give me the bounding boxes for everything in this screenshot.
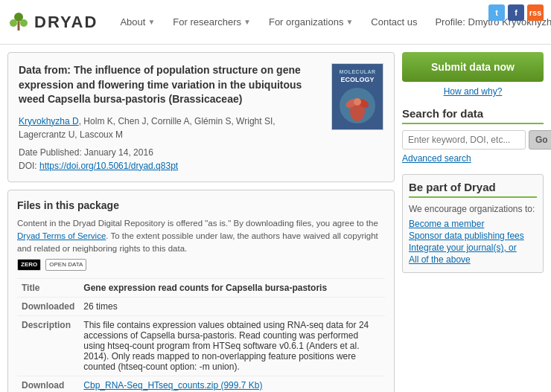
download-link[interactable]: Cbp_RNA-Seq_HTseq_counts.zip (999.7 Kb) (79, 376, 385, 392)
search-go-button[interactable]: Go (529, 130, 551, 150)
doi-value[interactable]: https://doi.org/10.5061/dryad.q83pt (39, 161, 178, 171)
title-label: Title (17, 278, 79, 297)
nav-contact[interactable]: Contact us (363, 12, 424, 32)
logo-text: DRYAD (34, 13, 98, 32)
doi-label: DOI: (19, 161, 37, 171)
date-value: January 14, 2016 (84, 147, 153, 158)
search-input[interactable] (402, 130, 526, 150)
files-description: Content in the Dryad Digital Repository … (17, 217, 385, 271)
social-icons: t f rss (488, 4, 544, 21)
article-date: Date Published: January 14, 2016 (19, 147, 383, 158)
nav-about-arrow: ▼ (147, 18, 155, 26)
be-part-or: , or (503, 242, 516, 253)
svg-point-8 (354, 98, 361, 106)
nav-organizations-arrow: ▼ (345, 18, 353, 26)
advanced-search-link[interactable]: Advanced search (402, 153, 471, 164)
main-content: MOLECULAR ECOLOGY Data from: The influen… (0, 45, 551, 392)
cc-zero-badge: ZERO (17, 259, 41, 271)
download-label: Download (17, 376, 79, 392)
article-title: Data from: The influence of population s… (19, 63, 383, 107)
downloaded-value: 26 times (79, 297, 385, 315)
search-row: Go (402, 130, 544, 150)
facebook-icon[interactable]: f (508, 4, 524, 21)
be-part-title: Be part of Dryad (409, 181, 537, 198)
table-row-description: Description This file contains expressio… (17, 315, 385, 376)
journal-cover-svg (339, 87, 376, 124)
search-section: Search for data Go Advanced search (402, 107, 544, 164)
table-row-download: Download Cbp_RNA-Seq_HTseq_counts.zip (9… (17, 376, 385, 392)
nav-researchers[interactable]: For researchers ▼ (165, 12, 258, 32)
author-link[interactable]: Kryvokhyzha D (19, 116, 79, 126)
tos-link[interactable]: Dryad Terms of Service (17, 231, 106, 240)
nav-about[interactable]: About ▼ (112, 12, 162, 32)
left-panel: MOLECULAR ECOLOGY Data from: The influen… (7, 52, 395, 392)
downloaded-label: Downloaded (17, 297, 79, 315)
description-label: Description (17, 315, 79, 376)
table-row-downloaded: Downloaded 26 times (17, 297, 385, 315)
right-panel: Submit data now How and why? Search for … (402, 52, 544, 392)
journal-image-title: ECOLOGY (340, 76, 374, 84)
article-authors: Kryvokhyzha D, Holm K, Chen J, Cornille … (19, 115, 383, 141)
article-doi: DOI: https://doi.org/10.5061/dryad.q83pt (19, 161, 383, 171)
dryad-logo-icon (7, 11, 30, 33)
title-value: Gene expression read counts for Capsella… (79, 278, 385, 297)
search-title: Search for data (402, 107, 544, 124)
table-row-title: Title Gene expression read counts for Ca… (17, 278, 385, 297)
twitter-icon[interactable]: t (488, 4, 505, 21)
download-file-link[interactable]: Cbp_RNA-Seq_HTseq_counts.zip (999.7 Kb) (83, 380, 262, 391)
rss-icon[interactable]: rss (527, 4, 544, 21)
desc-start: Content in the Dryad Digital Repository … (17, 219, 378, 228)
files-title: Files in this package (17, 199, 385, 211)
become-member-link[interactable]: Become a member (409, 219, 537, 229)
nav-researchers-arrow: ▼ (243, 18, 251, 26)
file-table: Title Gene expression read counts for Ca… (17, 278, 385, 392)
open-data-badge: OPEN DATA (45, 259, 86, 271)
svg-point-2 (20, 19, 28, 27)
how-why-link[interactable]: How and why? (402, 86, 544, 97)
date-label: Date Published: (19, 147, 82, 158)
all-above-link[interactable]: All of the above (409, 254, 537, 265)
badge-row: ZERO OPEN DATA (17, 259, 385, 271)
svg-point-1 (10, 19, 17, 27)
integrate-journal-link[interactable]: Integrate your journal(s), or (409, 242, 537, 253)
journal-cover-image: MOLECULAR ECOLOGY (331, 63, 383, 130)
header: DRYAD About ▼ For researchers ▼ For orga… (0, 0, 551, 45)
nav-organizations[interactable]: For organizations ▼ (261, 12, 360, 32)
article-card: MOLECULAR ECOLOGY Data from: The influen… (7, 52, 395, 182)
integrate-journal-text: Integrate your journal(s) (409, 242, 503, 253)
logo-area[interactable]: DRYAD (7, 11, 98, 33)
files-card: Files in this package Content in the Dry… (7, 190, 395, 392)
main-nav: About ▼ For researchers ▼ For organizati… (112, 12, 551, 32)
journal-image-top: MOLECULAR (339, 69, 375, 74)
be-part-section: Be part of Dryad We encourage organizati… (402, 174, 544, 273)
svg-rect-3 (18, 22, 20, 30)
be-part-intro: We encourage organizations to: (409, 204, 537, 214)
description-value: This file contains expression values obt… (79, 315, 385, 376)
submit-data-button[interactable]: Submit data now (402, 52, 544, 82)
sponsor-link[interactable]: Sponsor data publishing fees (409, 231, 537, 241)
